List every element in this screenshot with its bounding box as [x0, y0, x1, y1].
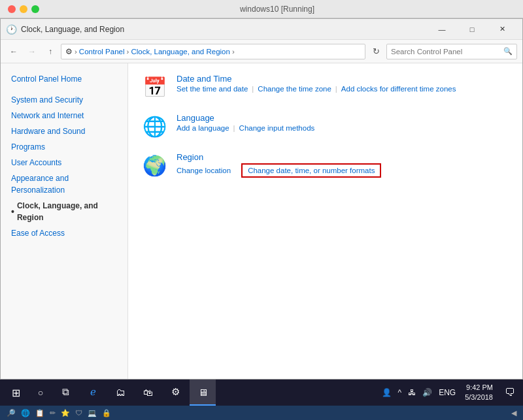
address-bar: ← → ↑ ⚙ › Control Panel › Clock, Languag… — [1, 40, 522, 63]
content-area: 📅 Date and Time Set the time and date | … — [128, 63, 522, 379]
caret-icon[interactable]: ^ — [396, 388, 405, 397]
edge-icon[interactable]: ℯ — [80, 380, 106, 406]
language-body: Language Add a language | Change input m… — [177, 113, 509, 132]
datetime-links: Set the time and date | Change the time … — [177, 85, 509, 93]
extra-icon-7[interactable]: 💻 — [86, 409, 98, 417]
extra-icon-2[interactable]: 🌐 — [20, 409, 31, 417]
taskbar: ⊞ ○ ⧉ ℯ 🗂 🛍 ⚙ 🖥 👤 ^ 🖧 🔊 ENG 9:42 PM 5/3/… — [0, 380, 523, 406]
window-title: Clock, Language, and Region — [21, 25, 427, 34]
datetime-body: Date and Time Set the time and date | Ch… — [177, 74, 509, 93]
language-links: Add a language | Change input methods — [177, 124, 509, 132]
language-icon: 🌐 — [141, 113, 167, 139]
datetime-title[interactable]: Date and Time — [177, 74, 509, 84]
region-links: Change location Change date, time, or nu… — [177, 163, 509, 178]
mac-close-button[interactable] — [8, 5, 16, 13]
datetime-icon: 📅 — [141, 74, 167, 100]
network-icon[interactable]: 🖧 — [405, 388, 418, 397]
add-language-link[interactable]: Add a language — [177, 124, 229, 132]
change-timezone-link[interactable]: Change the time zone — [258, 85, 331, 93]
sidebar-item-appearance[interactable]: Appearance andPersonalization — [1, 170, 127, 198]
extra-icon-5[interactable]: ⭐ — [59, 409, 71, 417]
taskview-button[interactable]: ⧉ — [52, 380, 78, 406]
sidebar-item-ease-access[interactable]: Ease of Access — [1, 225, 127, 241]
mac-window-buttons — [8, 5, 39, 13]
sidebar-item-system-security[interactable]: System and Security — [1, 92, 127, 108]
extra-icon-6[interactable]: 🛡 — [74, 409, 84, 417]
close-button[interactable]: ✕ — [487, 19, 517, 40]
extra-icon-1[interactable]: 🔎 — [5, 409, 17, 417]
taskbar-right: 👤 ^ 🖧 🔊 ENG 9:42 PM 5/3/2018 🗨 — [379, 380, 520, 406]
path-clock-region[interactable]: Clock, Language, and Region — [131, 48, 230, 56]
language-title[interactable]: Language — [177, 113, 509, 123]
extra-icon-3[interactable]: 📋 — [34, 409, 46, 417]
bottom-extra-bar: 🔎 🌐 📋 ✏ ⭐ 🛡 💻 🔒 ◀ — [0, 406, 523, 420]
extra-icon-4[interactable]: ✏ — [48, 409, 57, 417]
path-control-panel[interactable]: Control Panel — [79, 48, 125, 56]
volume-icon[interactable]: 🔊 — [420, 388, 435, 397]
explorer-icon[interactable]: 🗂 — [107, 380, 133, 406]
forward-button[interactable]: → — [24, 44, 40, 59]
mac-minimize-button[interactable] — [20, 5, 27, 13]
region-body: Region Change location Change date, time… — [177, 152, 509, 178]
change-input-link[interactable]: Change input methods — [239, 124, 315, 132]
clock-date: 5/3/2018 — [465, 393, 493, 402]
sidebar-item-control-panel-home[interactable]: Control Panel Home — [1, 71, 127, 87]
minimize-button[interactable]: — — [427, 19, 457, 40]
section-datetime: 📅 Date and Time Set the time and date | … — [141, 74, 509, 100]
clock-time: 9:42 PM — [465, 383, 493, 393]
address-path[interactable]: ⚙ › Control Panel › Clock, Language, and… — [61, 44, 365, 59]
change-date-formats-link[interactable]: Change date, time, or number formats — [241, 163, 381, 178]
sidebar-item-programs[interactable]: Programs — [1, 139, 127, 155]
divider-3: | — [233, 124, 235, 132]
mac-window: windows10 [Running] 🕐 Clock, Language, a… — [0, 0, 523, 420]
region-title[interactable]: Region — [177, 152, 509, 162]
mac-titlebar: windows10 [Running] — [0, 0, 523, 18]
section-language: 🌐 Language Add a language | Change input… — [141, 113, 509, 139]
sidebar-item-clock-region[interactable]: Clock, Language, and Region — [1, 198, 127, 225]
refresh-button[interactable]: ↻ — [368, 44, 384, 59]
store-icon[interactable]: 🛍 — [135, 380, 161, 406]
up-button[interactable]: ↑ — [42, 44, 58, 59]
sidebar-item-user-accounts[interactable]: User Accounts — [1, 155, 127, 170]
search-input[interactable] — [391, 48, 503, 56]
maximize-button[interactable]: □ — [457, 19, 487, 40]
search-box[interactable]: 🔍 — [386, 44, 517, 59]
search-button[interactable]: ○ — [30, 380, 51, 406]
window-icon: 🕐 — [6, 24, 17, 35]
start-button[interactable]: ⊞ — [3, 380, 29, 406]
add-clocks-link[interactable]: Add clocks for different time zones — [341, 85, 456, 93]
mac-title: windows10 [Running] — [39, 5, 515, 14]
change-location-link[interactable]: Change location — [177, 167, 231, 174]
clock[interactable]: 9:42 PM 5/3/2018 — [460, 383, 498, 403]
lang-label[interactable]: ENG — [436, 388, 458, 397]
search-icon[interactable]: 🔍 — [503, 47, 513, 56]
win10-window: 🕐 Clock, Language, and Region — □ ✕ ← → … — [0, 18, 523, 380]
window-controls: — □ ✕ — [427, 19, 517, 40]
sidebar: Control Panel Home System and Security N… — [1, 63, 128, 379]
sidebar-item-network-internet[interactable]: Network and Internet — [1, 108, 127, 123]
path-icon: ⚙ — [65, 47, 73, 56]
region-icon: 🌍 — [141, 152, 167, 178]
divider-1: | — [252, 85, 254, 93]
control-panel-taskbar-icon[interactable]: 🖥 — [190, 380, 216, 406]
set-time-date-link[interactable]: Set the time and date — [177, 85, 248, 93]
section-region: 🌍 Region Change location Change date, ti… — [141, 152, 509, 178]
person-icon[interactable]: 👤 — [379, 388, 394, 397]
divider-2: | — [335, 85, 337, 93]
main-content: Control Panel Home System and Security N… — [1, 63, 522, 379]
notification-button[interactable]: 🗨 — [499, 380, 520, 406]
win-titlebar: 🕐 Clock, Language, and Region — □ ✕ — [1, 19, 522, 40]
sidebar-item-hardware-sound[interactable]: Hardware and Sound — [1, 123, 127, 139]
mac-maximize-button[interactable] — [31, 5, 39, 13]
settings-icon[interactable]: ⚙ — [162, 380, 188, 406]
back-button[interactable]: ← — [6, 44, 22, 59]
extra-right-icon[interactable]: ◀ — [510, 409, 518, 417]
extra-icon-8[interactable]: 🔒 — [101, 409, 112, 417]
